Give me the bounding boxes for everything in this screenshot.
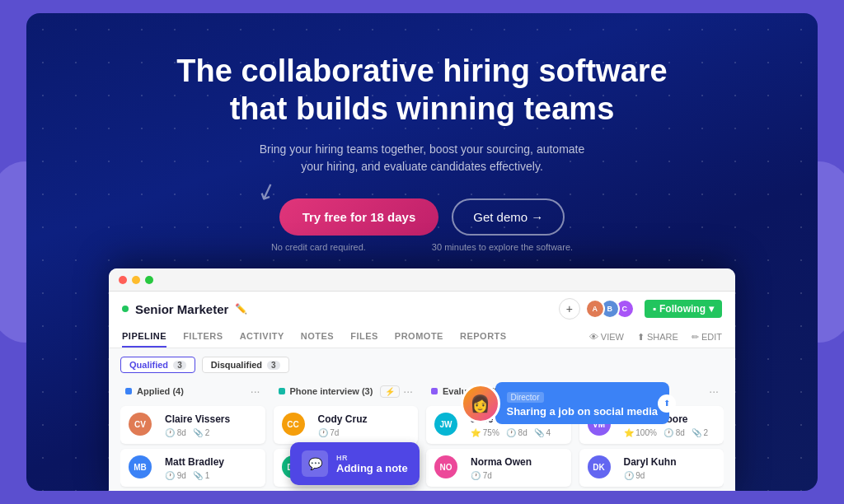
following-button[interactable]: ▪ Following ▾ [645, 300, 722, 318]
meta-daryl: 🕐 9d [624, 471, 677, 480]
col-dot-applied [125, 388, 132, 394]
tab-reports[interactable]: REPORTS [460, 326, 507, 348]
col-header-phone: Phone interview (3) ⚡ ··· [274, 381, 419, 401]
tooltip-share-icon: ⬆ [658, 394, 676, 413]
director-avatar: 👩 [461, 384, 500, 423]
view-action[interactable]: 👁 VIEW [589, 332, 624, 342]
hr-note-overlay: 💬 HR Adding a note [290, 442, 420, 485]
app-title-row: Senior Marketer ✏️ + A B C ▪ Following [122, 298, 722, 320]
meta-norma: 🕐 7d [471, 471, 532, 480]
app-header: Senior Marketer ✏️ + A B C ▪ Following [109, 292, 735, 348]
member-avatars: A B C [590, 299, 635, 319]
col-header-applied: Applied (4) ··· [120, 381, 265, 401]
candidate-card-norma[interactable]: NO Norma Owen 🕐 7d [426, 449, 571, 487]
col-title-phone: Phone interview (3) [279, 386, 373, 396]
hero-headline: The collaborative hiring software that b… [176, 53, 667, 128]
candidate-card-daryl[interactable]: DK Daryl Kuhn 🕐 9d [579, 449, 724, 487]
cta-note-secondary: 30 minutes to explore the software. [432, 242, 573, 252]
name-norma: Norma Owen [471, 456, 532, 468]
col-menu-offer[interactable]: ··· [709, 385, 719, 398]
tab-files[interactable]: FILES [350, 326, 378, 348]
avatar-1: A [585, 299, 605, 319]
name-matt: Matt Bradley [165, 456, 224, 468]
window-dot-red [119, 276, 127, 284]
cta-note-primary: No credit card required. [271, 242, 366, 252]
hr-note-text-area: HR Adding a note [336, 454, 408, 474]
filter-row: Qualified 3 Disqualified 3 [120, 357, 724, 373]
col-menu-applied[interactable]: ··· [251, 385, 260, 398]
header-actions: + A B C ▪ Following ▾ [559, 298, 722, 320]
tab-promote[interactable]: PROMOTE [395, 326, 443, 348]
lightning-btn-phone[interactable]: ⚡ [380, 385, 400, 398]
hr-label: HR [336, 454, 408, 462]
outer-background: The collaborative hiring software that b… [0, 0, 844, 504]
tooltip-bubble: Director Sharing a job on social media ⬆ [495, 382, 670, 424]
col-dot-phone [279, 388, 285, 394]
hero-subheadline: Bring your hiring teams together, boost … [249, 141, 595, 175]
window-chrome [109, 268, 735, 292]
app-screenshot: Senior Marketer ✏️ + A B C ▪ Following [109, 268, 735, 491]
meta-valerie: ⭐ 100% 🕐 8d 📎 2 [624, 428, 709, 437]
meta-cody: 🕐 7d [318, 428, 368, 437]
following-dot: ▪ [653, 303, 656, 315]
edit-action[interactable]: ✏ EDIT [692, 332, 722, 343]
tooltip-label: Director [507, 392, 544, 403]
cta-notes: No credit card required. 30 minutes to e… [271, 242, 573, 252]
kanban-col-applied: Applied (4) ··· CV Claire Vissers 🕐 8d [120, 381, 265, 491]
share-action[interactable]: ⬆ SHARE [637, 332, 678, 343]
following-chevron: ▾ [709, 303, 714, 315]
tooltip-text: Sharing a job on social media [507, 405, 659, 418]
app-nav: PIPELINE FILTERS ACTIVITY NOTES FILES PR… [122, 326, 507, 348]
col-menu-phone[interactable]: ··· [403, 385, 413, 398]
meta-matt: 🕐 9d 📎 1 [165, 471, 224, 480]
filter-qualified[interactable]: Qualified 3 [120, 357, 195, 373]
avatar-claire: CV [129, 413, 152, 436]
col-title-applied: Applied (4) [125, 386, 184, 396]
tab-activity[interactable]: ACTIVITY [240, 326, 284, 348]
filter-disqualified[interactable]: Disqualified 3 [202, 357, 289, 373]
avatar-matt: MB [129, 455, 152, 478]
name-cody: Cody Cruz [318, 413, 368, 425]
get-demo-button[interactable]: Get demo → [452, 198, 565, 236]
hr-note-text: Adding a note [336, 462, 408, 474]
window-dot-yellow [132, 276, 140, 284]
tab-notes[interactable]: NOTES [301, 326, 334, 348]
name-claire: Claire Vissers [165, 413, 230, 425]
col-dot-evaluation [431, 388, 438, 394]
job-title-area: Senior Marketer ✏️ [122, 302, 247, 316]
window-dot-green [145, 276, 153, 284]
tab-pipeline[interactable]: PIPELINE [122, 326, 166, 348]
main-container: The collaborative hiring software that b… [26, 13, 818, 491]
candidate-card-claire[interactable]: CV Claire Vissers 🕐 8d 📎 2 [120, 406, 265, 444]
avatar-norma: NO [434, 455, 457, 478]
try-free-button[interactable]: Try free for 18 days [279, 198, 439, 236]
following-label: Following [659, 303, 706, 315]
tab-filters[interactable]: FILTERS [183, 326, 223, 348]
arrow-decoration: ↙ [253, 175, 280, 208]
director-tooltip-overlay: 👩 Director Sharing a job on social media… [461, 382, 670, 424]
hr-note-icon: 💬 [302, 450, 328, 477]
job-title: Senior Marketer [135, 302, 228, 316]
avatar-daryl: DK [588, 455, 611, 478]
avatar-cody: CC [282, 413, 305, 436]
candidate-card-cody[interactable]: CC Cody Cruz 🕐 7d [274, 406, 419, 444]
name-daryl: Daryl Kuhn [624, 456, 677, 468]
meta-claire: 🕐 8d 📎 2 [165, 428, 230, 437]
candidate-card-matt[interactable]: MB Matt Bradley 🕐 9d 📎 1 [120, 449, 265, 487]
edit-title-icon[interactable]: ✏️ [235, 303, 247, 315]
active-status-dot [122, 306, 129, 312]
nav-right-actions: 👁 VIEW ⬆ SHARE ✏ EDIT [589, 332, 722, 343]
meta-jane: ⭐ 75% 🕐 8d 📎 4 [471, 428, 551, 437]
add-member-button[interactable]: + [559, 298, 580, 320]
avatar-jane: JW [434, 413, 457, 436]
cta-row: Try free for 18 days Get demo → [279, 198, 565, 236]
